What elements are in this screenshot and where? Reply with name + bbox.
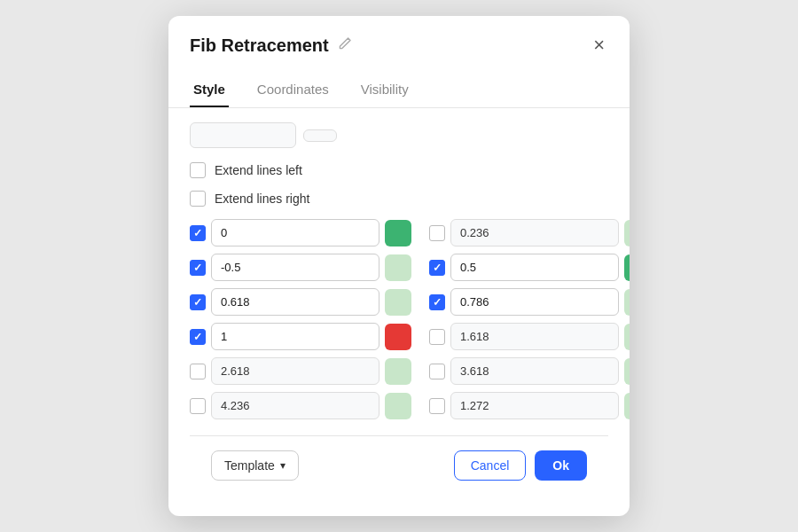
level-row-left-0: [190, 219, 411, 246]
footer-divider: [190, 435, 608, 436]
level-cb-left-5[interactable]: [190, 398, 206, 414]
level-input-right-1[interactable]: [450, 254, 619, 281]
extend-left-label: Extend lines left: [215, 163, 302, 177]
top-btn-1[interactable]: [303, 129, 337, 142]
level-swatch-left-4[interactable]: [385, 358, 411, 385]
level-row-right-1: [429, 254, 630, 281]
level-row-right-0: [429, 219, 630, 246]
extend-right-checkbox[interactable]: [190, 191, 206, 207]
level-input-left-4[interactable]: [211, 357, 379, 385]
level-swatch-left-0[interactable]: [385, 220, 411, 246]
level-row-right-2: [429, 288, 630, 316]
level-row-right-5: [429, 392, 630, 419]
level-input-left-1[interactable]: [211, 254, 379, 281]
level-cb-right-2[interactable]: [429, 294, 445, 310]
level-cb-left-4[interactable]: [190, 364, 206, 379]
edit-icon[interactable]: [338, 36, 352, 54]
level-cb-left-2[interactable]: [190, 294, 206, 310]
top-input-1[interactable]: [190, 122, 296, 148]
template-label: Template: [224, 458, 275, 473]
level-cb-right-4[interactable]: [429, 364, 445, 379]
footer-actions: Cancel Ok: [454, 450, 587, 481]
level-cb-right-0[interactable]: [429, 225, 445, 241]
level-row-right-3: [429, 323, 630, 350]
extend-left-checkbox[interactable]: [190, 162, 206, 178]
level-cb-left-1[interactable]: [190, 260, 206, 276]
tab-visibility[interactable]: Visibility: [357, 74, 412, 107]
level-row-left-2: [190, 288, 411, 316]
level-input-right-2[interactable]: [450, 288, 619, 316]
level-row-right-4: [429, 357, 630, 385]
level-swatch-right-0[interactable]: [624, 220, 630, 246]
level-swatch-right-1[interactable]: [624, 254, 630, 281]
level-input-left-5[interactable]: [211, 392, 379, 419]
tabs-bar: Style Coordinates Visibility: [168, 64, 630, 108]
level-cb-left-3[interactable]: [190, 329, 206, 345]
level-swatch-left-2[interactable]: [385, 289, 411, 316]
level-input-left-3[interactable]: [211, 323, 379, 350]
level-input-left-2[interactable]: [211, 288, 379, 316]
chevron-down-icon: ▾: [280, 459, 286, 472]
level-input-right-0[interactable]: [450, 219, 619, 246]
level-cb-right-1[interactable]: [429, 260, 445, 276]
title-group: Fib Retracement: [190, 35, 352, 56]
dialog-footer: Template ▾ Cancel Ok: [190, 450, 608, 498]
level-swatch-left-3[interactable]: [385, 324, 411, 350]
level-swatch-right-4[interactable]: [624, 358, 630, 385]
level-input-right-5[interactable]: [450, 392, 619, 419]
level-swatch-right-3[interactable]: [624, 324, 630, 350]
fib-retracement-dialog: Fib Retracement × Style Coordinates Visi…: [168, 16, 630, 516]
tab-style[interactable]: Style: [190, 74, 229, 107]
top-controls: [190, 122, 608, 148]
levels-grid: [190, 219, 608, 419]
dialog-body: Extend lines left Extend lines right: [168, 108, 630, 516]
dialog-title: Fib Retracement: [190, 35, 329, 56]
template-button[interactable]: Template ▾: [211, 450, 299, 481]
close-button[interactable]: ×: [590, 34, 608, 57]
dialog-header: Fib Retracement ×: [168, 16, 630, 57]
level-row-left-1: [190, 254, 411, 281]
extend-right-label: Extend lines right: [215, 192, 309, 206]
level-cb-right-3[interactable]: [429, 329, 445, 345]
extend-right-row: Extend lines right: [190, 191, 608, 207]
tab-coordinates[interactable]: Coordinates: [254, 74, 332, 107]
level-swatch-right-5[interactable]: [624, 393, 630, 419]
level-row-left-3: [190, 323, 411, 350]
ok-button[interactable]: Ok: [535, 450, 587, 481]
level-input-right-4[interactable]: [450, 357, 619, 385]
level-input-right-3[interactable]: [450, 323, 619, 350]
level-swatch-left-1[interactable]: [385, 254, 411, 281]
level-input-left-0[interactable]: [211, 219, 379, 246]
level-swatch-right-2[interactable]: [624, 289, 630, 316]
level-cb-left-0[interactable]: [190, 225, 206, 241]
level-row-left-5: [190, 392, 411, 419]
extend-left-row: Extend lines left: [190, 162, 608, 178]
level-row-left-4: [190, 357, 411, 385]
level-cb-right-5[interactable]: [429, 398, 445, 414]
cancel-button[interactable]: Cancel: [454, 450, 527, 481]
level-swatch-left-5[interactable]: [385, 393, 411, 419]
